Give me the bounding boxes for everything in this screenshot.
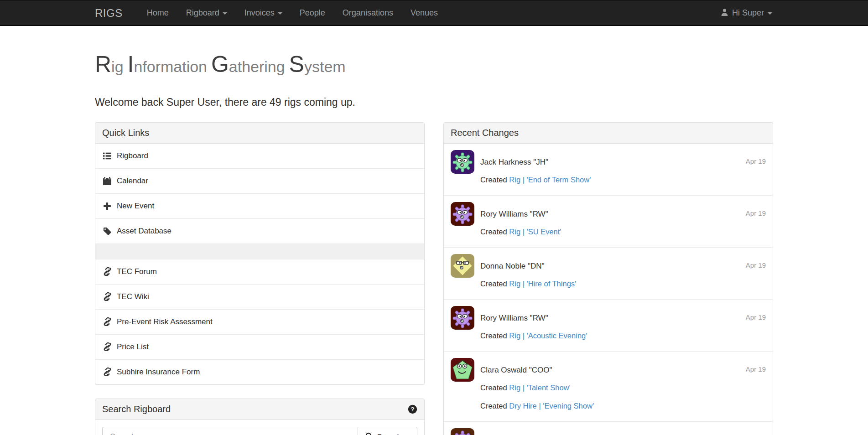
nav-item-organisations[interactable]: Organisations	[334, 1, 402, 25]
quick-link-label: Asset Database	[117, 226, 172, 237]
title-lead-letter: G	[211, 52, 229, 77]
nav-item-label: Venues	[411, 8, 438, 18]
title-lead-letter: I	[127, 52, 134, 77]
recent-change-user-name: Donna Noble "DN"	[480, 261, 766, 271]
nav-item-label: Rigboard	[186, 8, 219, 18]
recent-change-item: Jack Harkness "JH"Created Rig | 'End of …	[444, 144, 773, 195]
link-icon	[102, 368, 112, 376]
change-target-link[interactable]: Rig | 'Hire of Things'	[509, 280, 576, 288]
user-menu-label: Hi Super	[732, 8, 764, 18]
recent-changes-title: Recent Changes	[451, 128, 519, 138]
recent-change-line: Created Rig | 'End of Term Show'	[480, 175, 766, 185]
quick-links-title: Quick Links	[102, 128, 149, 138]
nav-item-label: Organisations	[343, 8, 393, 18]
svg-text:?: ?	[411, 406, 414, 413]
quick-link-tec-forum[interactable]: TEC Forum	[95, 259, 424, 284]
change-action: Created	[480, 383, 507, 392]
quick-link-price-list[interactable]: Price List	[95, 334, 424, 359]
user-menu[interactable]: Hi Super	[720, 1, 773, 25]
change-date: Apr 19	[746, 209, 766, 217]
list-icon	[102, 152, 112, 160]
user-avatar	[451, 358, 474, 382]
change-target-link[interactable]: Dry Hire | 'Evening Show'	[509, 402, 594, 410]
change-action: Created	[480, 176, 507, 184]
search-icon	[365, 432, 373, 435]
user-avatar	[451, 202, 474, 226]
title-lead-letter: R	[95, 52, 111, 77]
search-rigboard-title: Search Rigboard	[102, 404, 171, 414]
quick-link-label: TEC Forum	[117, 266, 157, 277]
recent-change-item: Donna Noble "DN"Created Rig | 'Hire of T…	[444, 247, 773, 299]
search-rigboard-heading: Search Rigboard ?	[95, 399, 424, 420]
change-action: Created	[480, 331, 507, 340]
nav-item-home[interactable]: Home	[138, 1, 177, 25]
link-icon	[102, 267, 112, 276]
user-avatar	[451, 150, 474, 174]
nav-item-people[interactable]: People	[291, 1, 334, 25]
title-rest-word: athering	[229, 58, 285, 75]
search-rigboard-panel: Search Rigboard ?	[95, 399, 425, 435]
change-target-link[interactable]: Rig | 'SU Event'	[509, 228, 561, 236]
quick-link-asset-database[interactable]: Asset Database	[95, 218, 424, 243]
recent-change-user-name: Rory Williams "RW"	[480, 313, 766, 323]
quick-link-label: Pre-Event Risk Assessment	[117, 316, 213, 327]
nav-item-venues[interactable]: Venues	[402, 1, 447, 25]
quick-link-pre-event-risk-assessment[interactable]: Pre-Event Risk Assessment	[95, 309, 424, 334]
quick-link-new-event[interactable]: New Event	[95, 193, 424, 218]
caret-down-icon	[223, 12, 227, 15]
nav-item-rigboard[interactable]: Rigboard	[177, 1, 236, 25]
recent-changes-list: Jack Harkness "JH"Created Rig | 'End of …	[444, 144, 773, 435]
recent-change-line: Created Dry Hire | 'Evening Show'	[480, 401, 766, 411]
page-title: Rig Information Gathering System	[95, 52, 773, 78]
quick-link-label: Subhire Insurance Form	[117, 367, 200, 378]
welcome-text: Welcome back Super User, there are 49 ri…	[95, 96, 773, 109]
recent-change-item: Rory Williams "RW"Created Rig | 'Acousti…	[444, 299, 773, 351]
change-date: Apr 19	[746, 157, 766, 165]
title-rest-word: nformation	[134, 58, 207, 75]
top-navbar: RIGS HomeRigboardInvoicesPeopleOrganisat…	[0, 0, 868, 26]
quick-link-label: Calendar	[117, 176, 148, 186]
recent-change-user-name: Rory Williams "RW"	[480, 209, 766, 219]
quick-link-tec-wiki[interactable]: TEC Wiki	[95, 284, 424, 309]
change-target-link[interactable]: Rig | 'End of Term Show'	[509, 176, 591, 184]
recent-change-line: Created Rig | 'Hire of Things'	[480, 279, 766, 289]
recent-changes-panel: Recent Changes Jack Harkness "JH"Created…	[443, 122, 773, 435]
recent-change-line: Created Rig | 'Talent Show'	[480, 383, 766, 393]
question-circle-icon[interactable]: ?	[408, 404, 417, 414]
caret-down-icon	[278, 12, 282, 15]
title-lead-letter: S	[289, 52, 304, 77]
search-input[interactable]	[102, 427, 358, 435]
change-date: Apr 19	[746, 365, 766, 373]
user-avatar	[451, 254, 474, 278]
nav-item-label: People	[300, 8, 325, 18]
search-button-label: Search	[377, 433, 401, 435]
change-action: Created	[480, 280, 507, 288]
quick-link-subhire-insurance-form[interactable]: Subhire Insurance Form	[95, 359, 424, 384]
link-icon	[102, 342, 112, 351]
main-nav: HomeRigboardInvoicesPeopleOrganisationsV…	[138, 1, 447, 25]
change-target-link[interactable]: Rig | 'Talent Show'	[509, 383, 570, 392]
recent-change-item: Rory Williams "RW"Created Rig | 'SU Even…	[444, 195, 773, 247]
change-target-link[interactable]: Rig | 'Acoustic Evening'	[509, 331, 587, 340]
recent-change-line: Created Rig | 'Acoustic Evening'	[480, 331, 766, 341]
link-icon	[102, 317, 112, 326]
change-action: Created	[480, 228, 507, 236]
calendar-icon	[102, 177, 112, 185]
nav-item-invoices[interactable]: Invoices	[236, 1, 291, 25]
recent-change-user-name: Jack Harkness "JH"	[480, 157, 766, 167]
recent-change-line: Created Rig | 'SU Event'	[480, 227, 766, 237]
quick-link-label: New Event	[117, 201, 154, 212]
brand-rigs[interactable]: RIGS	[95, 7, 123, 20]
user-avatar	[451, 428, 474, 435]
quick-link-label: Rigboard	[117, 150, 148, 161]
title-rest-word: ig	[111, 58, 123, 75]
change-date: Apr 19	[746, 261, 766, 269]
recent-change-user-name: Clara Oswald "COO"	[480, 365, 766, 375]
quick-link-calendar[interactable]: Calendar	[95, 168, 424, 193]
change-date: Apr 19	[746, 313, 766, 321]
link-icon	[102, 292, 112, 301]
recent-change-item: Rory Williams "RW"Apr 19	[444, 421, 773, 435]
quick-link-rigboard[interactable]: Rigboard	[95, 144, 424, 168]
quick-links-heading: Quick Links	[95, 123, 424, 144]
search-button[interactable]: Search	[358, 427, 417, 435]
